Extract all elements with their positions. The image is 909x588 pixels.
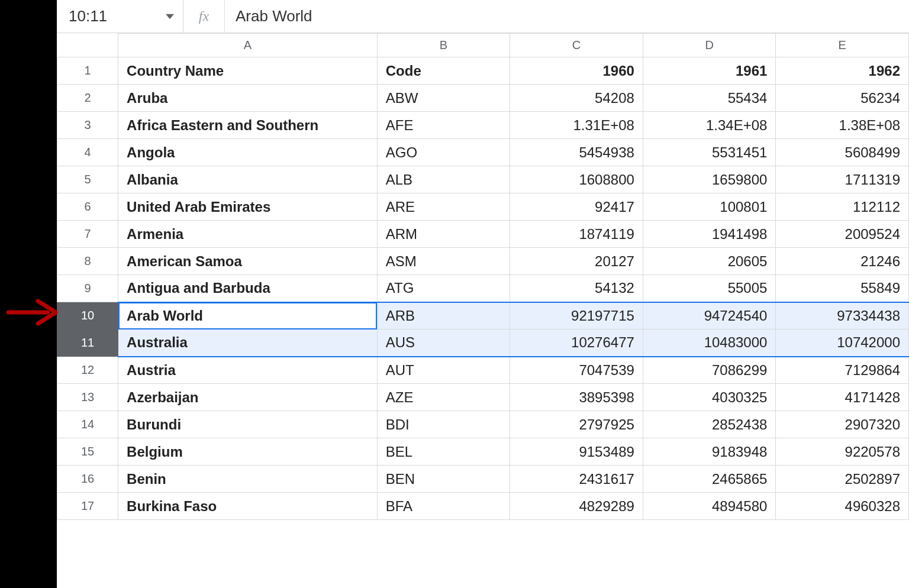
cell-C16[interactable]: 2431617: [510, 466, 643, 493]
cell-B9[interactable]: ATG: [377, 275, 510, 302]
cell-B2[interactable]: ABW: [377, 85, 510, 112]
cell-E9[interactable]: 55849: [776, 275, 909, 302]
row-header-2[interactable]: 2: [57, 85, 118, 112]
cell-A4[interactable]: Angola: [118, 139, 378, 166]
cell-B14[interactable]: BDI: [377, 411, 510, 438]
row-header-8[interactable]: 8: [57, 248, 118, 275]
name-box-dropdown-icon[interactable]: [163, 9, 177, 24]
cell-C6[interactable]: 92417: [510, 193, 643, 221]
row-header-12[interactable]: 12: [57, 357, 118, 384]
cell-E10[interactable]: 97334438: [776, 302, 909, 329]
row-header-15[interactable]: 15: [57, 438, 118, 466]
cell-E2[interactable]: 56234: [776, 85, 909, 112]
row-header-11[interactable]: 11: [57, 329, 118, 357]
cell-A3[interactable]: Africa Eastern and Southern: [118, 112, 378, 139]
cell-A7[interactable]: Armenia: [118, 221, 378, 248]
cell-D10[interactable]: 94724540: [643, 302, 776, 329]
row-header-16[interactable]: 16: [57, 466, 118, 493]
cell-B7[interactable]: ARM: [377, 221, 510, 248]
cell-C3[interactable]: 1.31E+08: [510, 112, 643, 139]
cell-A8[interactable]: American Samoa: [118, 248, 378, 275]
cell-A16[interactable]: Benin: [118, 466, 378, 493]
cell-A12[interactable]: Austria: [118, 357, 378, 384]
cell-D3[interactable]: 1.34E+08: [643, 112, 776, 139]
cell-A14[interactable]: Burundi: [118, 411, 378, 438]
cell-A13[interactable]: Azerbaijan: [118, 384, 378, 411]
cell-B17[interactable]: BFA: [377, 493, 510, 520]
cell-B10[interactable]: ARB: [377, 302, 510, 329]
cell-E8[interactable]: 21246: [776, 248, 909, 275]
cell-A17[interactable]: Burkina Faso: [118, 493, 378, 520]
cell-C12[interactable]: 7047539: [510, 357, 643, 384]
row-header-1[interactable]: 1: [57, 57, 118, 85]
select-all-corner[interactable]: [57, 34, 118, 57]
cell-B1[interactable]: Code: [377, 57, 510, 85]
cell-A1[interactable]: Country Name: [118, 57, 378, 85]
row-header-10[interactable]: 10: [57, 302, 118, 329]
cell-D1[interactable]: 1961: [643, 57, 776, 85]
cell-B4[interactable]: AGO: [377, 139, 510, 166]
cell-D8[interactable]: 20605: [643, 248, 776, 275]
cell-C10[interactable]: 92197715: [510, 302, 643, 329]
cell-E13[interactable]: 4171428: [776, 384, 909, 411]
row-header-7[interactable]: 7: [57, 221, 118, 248]
cell-A2[interactable]: Aruba: [118, 85, 378, 112]
cell-A5[interactable]: Albania: [118, 166, 378, 193]
cell-B15[interactable]: BEL: [377, 438, 510, 466]
cell-E12[interactable]: 7129864: [776, 357, 909, 384]
cell-E4[interactable]: 5608499: [776, 139, 909, 166]
cell-B11[interactable]: AUS: [377, 329, 510, 357]
cell-D14[interactable]: 2852438: [643, 411, 776, 438]
cell-B5[interactable]: ALB: [377, 166, 510, 193]
cell-C14[interactable]: 2797925: [510, 411, 643, 438]
cell-E17[interactable]: 4960328: [776, 493, 909, 520]
cell-D15[interactable]: 9183948: [643, 438, 776, 466]
cell-C1[interactable]: 1960: [510, 57, 643, 85]
cell-D12[interactable]: 7086299: [643, 357, 776, 384]
cell-C15[interactable]: 9153489: [510, 438, 643, 466]
cell-E16[interactable]: 2502897: [776, 466, 909, 493]
cell-E7[interactable]: 2009524: [776, 221, 909, 248]
spreadsheet-grid[interactable]: A B C D E 1Country NameCode1960196119622…: [57, 33, 909, 588]
cell-D13[interactable]: 4030325: [643, 384, 776, 411]
formula-input[interactable]: Arab World: [225, 7, 909, 25]
cell-D7[interactable]: 1941498: [643, 221, 776, 248]
cell-D9[interactable]: 55005: [643, 275, 776, 302]
cell-D4[interactable]: 5531451: [643, 139, 776, 166]
cell-A11[interactable]: Australia: [118, 329, 378, 357]
cell-D16[interactable]: 2465865: [643, 466, 776, 493]
cell-E1[interactable]: 1962: [776, 57, 909, 85]
cell-D5[interactable]: 1659800: [643, 166, 776, 193]
row-header-6[interactable]: 6: [57, 193, 118, 221]
row-header-9[interactable]: 9: [57, 275, 118, 302]
cell-A10[interactable]: Arab World: [118, 302, 378, 329]
cell-C2[interactable]: 54208: [510, 85, 643, 112]
cell-B8[interactable]: ASM: [377, 248, 510, 275]
row-header-17[interactable]: 17: [57, 493, 118, 520]
cell-C8[interactable]: 20127: [510, 248, 643, 275]
cell-D6[interactable]: 100801: [643, 193, 776, 221]
cell-C7[interactable]: 1874119: [510, 221, 643, 248]
column-header-A[interactable]: A: [118, 34, 378, 57]
cell-C17[interactable]: 4829289: [510, 493, 643, 520]
cell-B13[interactable]: AZE: [377, 384, 510, 411]
cell-A6[interactable]: United Arab Emirates: [118, 193, 378, 221]
cell-E5[interactable]: 1711319: [776, 166, 909, 193]
row-header-5[interactable]: 5: [57, 166, 118, 193]
row-header-4[interactable]: 4: [57, 139, 118, 166]
cell-E15[interactable]: 9220578: [776, 438, 909, 466]
column-header-D[interactable]: D: [643, 34, 776, 57]
cell-D17[interactable]: 4894580: [643, 493, 776, 520]
column-header-B[interactable]: B: [377, 34, 510, 57]
cell-B12[interactable]: AUT: [377, 357, 510, 384]
row-header-14[interactable]: 14: [57, 411, 118, 438]
cell-D2[interactable]: 55434: [643, 85, 776, 112]
cell-C5[interactable]: 1608800: [510, 166, 643, 193]
cell-A15[interactable]: Belgium: [118, 438, 378, 466]
cell-E11[interactable]: 10742000: [776, 329, 909, 357]
cell-B16[interactable]: BEN: [377, 466, 510, 493]
cell-A9[interactable]: Antigua and Barbuda: [118, 275, 378, 302]
name-box[interactable]: 10:11: [57, 0, 183, 33]
column-header-E[interactable]: E: [776, 34, 909, 57]
cell-C13[interactable]: 3895398: [510, 384, 643, 411]
